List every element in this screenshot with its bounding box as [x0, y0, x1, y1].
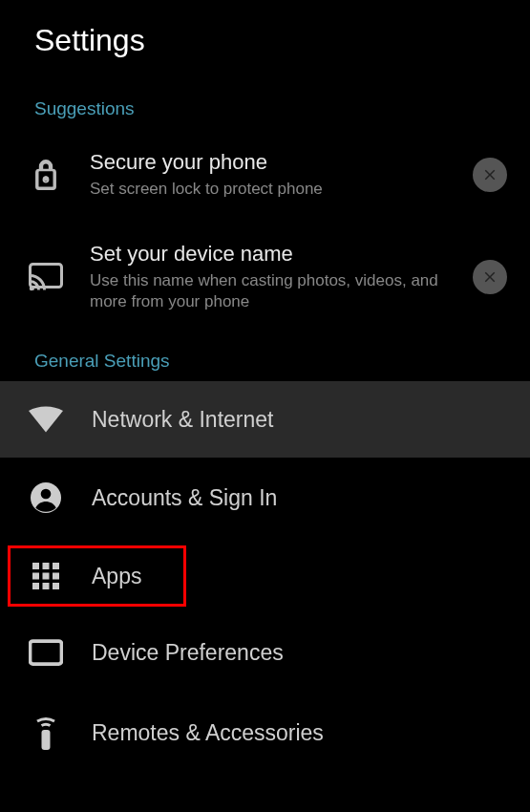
settings-item-label: Apps: [92, 564, 141, 589]
settings-item-device-prefs[interactable]: Device Preferences: [0, 614, 530, 691]
svg-rect-9: [32, 573, 39, 580]
dismiss-button[interactable]: [473, 260, 507, 294]
svg-rect-16: [42, 730, 51, 750]
suggestion-title: Set your device name: [90, 242, 450, 267]
suggestion-text: Secure your phone Set screen lock to pro…: [90, 150, 450, 200]
svg-point-1: [44, 176, 49, 181]
svg-rect-8: [53, 563, 59, 569]
svg-rect-11: [53, 573, 59, 580]
svg-rect-15: [31, 641, 62, 664]
svg-rect-6: [32, 563, 39, 569]
svg-rect-10: [43, 573, 50, 580]
remote-icon: [25, 716, 67, 750]
suggestion-title: Secure your phone: [90, 150, 450, 175]
svg-point-5: [41, 489, 52, 500]
svg-rect-7: [43, 563, 50, 569]
suggestion-subtitle: Set screen lock to protect phone: [90, 179, 450, 200]
account-icon: [25, 482, 67, 513]
svg-rect-13: [43, 583, 50, 589]
suggestion-text: Set your device name Use this name when …: [90, 242, 450, 312]
dismiss-button[interactable]: [473, 158, 507, 192]
settings-item-remotes[interactable]: Remotes & Accessories: [0, 691, 530, 775]
apps-grid-icon: [25, 563, 67, 589]
settings-item-label: Device Preferences: [92, 640, 284, 666]
settings-item-accounts[interactable]: Accounts & Sign In: [0, 458, 530, 538]
svg-rect-14: [53, 583, 59, 589]
close-icon: [481, 166, 498, 183]
svg-point-3: [30, 287, 34, 291]
settings-item-label: Remotes & Accessories: [92, 720, 324, 746]
page-title: Settings: [34, 23, 496, 58]
display-icon: [25, 639, 67, 666]
close-icon: [481, 268, 498, 286]
suggestion-secure-phone[interactable]: Secure your phone Set screen lock to pro…: [0, 129, 530, 221]
lock-icon: [25, 158, 67, 192]
suggestion-device-name[interactable]: Set your device name Use this name when …: [0, 221, 530, 333]
settings-item-network[interactable]: Network & Internet: [0, 381, 530, 458]
svg-rect-12: [32, 583, 39, 589]
settings-header: Settings: [0, 0, 530, 81]
settings-item-label: Network & Internet: [92, 407, 273, 433]
suggestions-label: Suggestions: [0, 81, 530, 129]
settings-item-apps[interactable]: Apps: [0, 538, 530, 614]
suggestion-subtitle: Use this name when casting photos, video…: [90, 270, 450, 312]
settings-item-label: Accounts & Sign In: [92, 485, 277, 511]
cast-icon: [25, 263, 67, 291]
wifi-icon: [25, 406, 67, 433]
general-settings-label: General Settings: [0, 333, 530, 381]
